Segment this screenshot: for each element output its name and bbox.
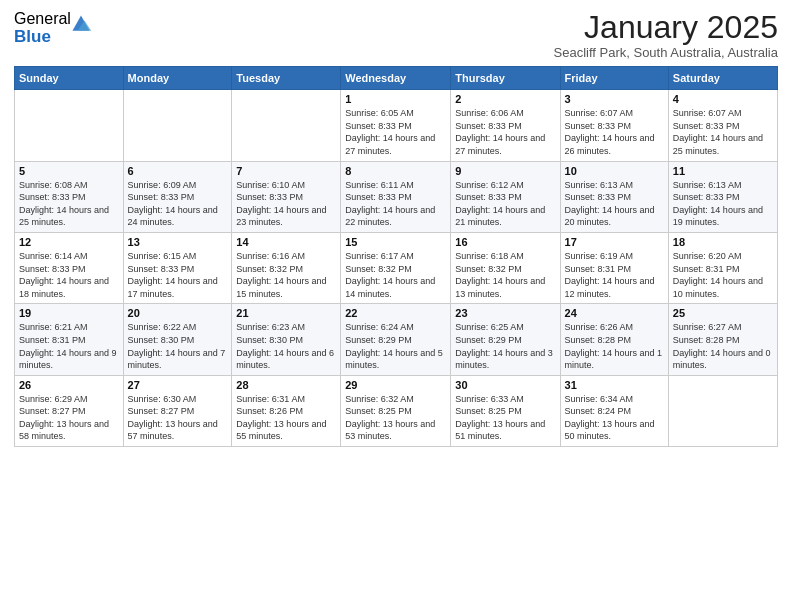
- day-info: Sunrise: 6:29 AM Sunset: 8:27 PM Dayligh…: [19, 393, 119, 443]
- calendar-cell: 13Sunrise: 6:15 AM Sunset: 8:33 PM Dayli…: [123, 232, 232, 303]
- day-info: Sunrise: 6:15 AM Sunset: 8:33 PM Dayligh…: [128, 250, 228, 300]
- day-number: 9: [455, 165, 555, 177]
- calendar-week-5: 26Sunrise: 6:29 AM Sunset: 8:27 PM Dayli…: [15, 375, 778, 446]
- day-number: 17: [565, 236, 664, 248]
- day-info: Sunrise: 6:22 AM Sunset: 8:30 PM Dayligh…: [128, 321, 228, 371]
- calendar-cell: 17Sunrise: 6:19 AM Sunset: 8:31 PM Dayli…: [560, 232, 668, 303]
- calendar-cell: 31Sunrise: 6:34 AM Sunset: 8:24 PM Dayli…: [560, 375, 668, 446]
- calendar-week-3: 12Sunrise: 6:14 AM Sunset: 8:33 PM Dayli…: [15, 232, 778, 303]
- calendar-cell: 16Sunrise: 6:18 AM Sunset: 8:32 PM Dayli…: [451, 232, 560, 303]
- day-info: Sunrise: 6:23 AM Sunset: 8:30 PM Dayligh…: [236, 321, 336, 371]
- day-number: 26: [19, 379, 119, 391]
- day-info: Sunrise: 6:11 AM Sunset: 8:33 PM Dayligh…: [345, 179, 446, 229]
- calendar-cell: 18Sunrise: 6:20 AM Sunset: 8:31 PM Dayli…: [668, 232, 777, 303]
- day-number: 13: [128, 236, 228, 248]
- title-location: Seacliff Park, South Australia, Australi…: [554, 45, 779, 60]
- day-number: 5: [19, 165, 119, 177]
- title-block: January 2025 Seacliff Park, South Austra…: [554, 10, 779, 60]
- day-info: Sunrise: 6:09 AM Sunset: 8:33 PM Dayligh…: [128, 179, 228, 229]
- day-info: Sunrise: 6:12 AM Sunset: 8:33 PM Dayligh…: [455, 179, 555, 229]
- calendar-week-1: 1Sunrise: 6:05 AM Sunset: 8:33 PM Daylig…: [15, 90, 778, 161]
- day-number: 16: [455, 236, 555, 248]
- calendar-cell: 24Sunrise: 6:26 AM Sunset: 8:28 PM Dayli…: [560, 304, 668, 375]
- day-info: Sunrise: 6:19 AM Sunset: 8:31 PM Dayligh…: [565, 250, 664, 300]
- calendar-cell: [123, 90, 232, 161]
- calendar-cell: 19Sunrise: 6:21 AM Sunset: 8:31 PM Dayli…: [15, 304, 124, 375]
- day-info: Sunrise: 6:08 AM Sunset: 8:33 PM Dayligh…: [19, 179, 119, 229]
- day-number: 7: [236, 165, 336, 177]
- calendar-cell: [232, 90, 341, 161]
- day-info: Sunrise: 6:05 AM Sunset: 8:33 PM Dayligh…: [345, 107, 446, 157]
- calendar-cell: 22Sunrise: 6:24 AM Sunset: 8:29 PM Dayli…: [341, 304, 451, 375]
- calendar-cell: 4Sunrise: 6:07 AM Sunset: 8:33 PM Daylig…: [668, 90, 777, 161]
- day-number: 24: [565, 307, 664, 319]
- day-info: Sunrise: 6:31 AM Sunset: 8:26 PM Dayligh…: [236, 393, 336, 443]
- day-info: Sunrise: 6:32 AM Sunset: 8:25 PM Dayligh…: [345, 393, 446, 443]
- weekday-sunday: Sunday: [15, 67, 124, 90]
- calendar-cell: 14Sunrise: 6:16 AM Sunset: 8:32 PM Dayli…: [232, 232, 341, 303]
- day-number: 21: [236, 307, 336, 319]
- calendar: Sunday Monday Tuesday Wednesday Thursday…: [14, 66, 778, 447]
- day-info: Sunrise: 6:30 AM Sunset: 8:27 PM Dayligh…: [128, 393, 228, 443]
- day-number: 3: [565, 93, 664, 105]
- calendar-cell: 11Sunrise: 6:13 AM Sunset: 8:33 PM Dayli…: [668, 161, 777, 232]
- day-number: 31: [565, 379, 664, 391]
- day-number: 20: [128, 307, 228, 319]
- calendar-cell: 5Sunrise: 6:08 AM Sunset: 8:33 PM Daylig…: [15, 161, 124, 232]
- calendar-cell: 8Sunrise: 6:11 AM Sunset: 8:33 PM Daylig…: [341, 161, 451, 232]
- logo-general: General: [14, 10, 71, 28]
- logo: General Blue: [14, 10, 93, 46]
- day-info: Sunrise: 6:20 AM Sunset: 8:31 PM Dayligh…: [673, 250, 773, 300]
- calendar-cell: 25Sunrise: 6:27 AM Sunset: 8:28 PM Dayli…: [668, 304, 777, 375]
- calendar-cell: 7Sunrise: 6:10 AM Sunset: 8:33 PM Daylig…: [232, 161, 341, 232]
- calendar-cell: 20Sunrise: 6:22 AM Sunset: 8:30 PM Dayli…: [123, 304, 232, 375]
- calendar-cell: 23Sunrise: 6:25 AM Sunset: 8:29 PM Dayli…: [451, 304, 560, 375]
- day-number: 10: [565, 165, 664, 177]
- calendar-cell: 3Sunrise: 6:07 AM Sunset: 8:33 PM Daylig…: [560, 90, 668, 161]
- weekday-tuesday: Tuesday: [232, 67, 341, 90]
- day-info: Sunrise: 6:34 AM Sunset: 8:24 PM Dayligh…: [565, 393, 664, 443]
- day-info: Sunrise: 6:13 AM Sunset: 8:33 PM Dayligh…: [565, 179, 664, 229]
- day-number: 8: [345, 165, 446, 177]
- header: General Blue January 2025 Seacliff Park,…: [14, 10, 778, 60]
- day-number: 11: [673, 165, 773, 177]
- day-info: Sunrise: 6:18 AM Sunset: 8:32 PM Dayligh…: [455, 250, 555, 300]
- calendar-week-4: 19Sunrise: 6:21 AM Sunset: 8:31 PM Dayli…: [15, 304, 778, 375]
- calendar-week-2: 5Sunrise: 6:08 AM Sunset: 8:33 PM Daylig…: [15, 161, 778, 232]
- day-number: 30: [455, 379, 555, 391]
- day-info: Sunrise: 6:13 AM Sunset: 8:33 PM Dayligh…: [673, 179, 773, 229]
- day-number: 29: [345, 379, 446, 391]
- day-info: Sunrise: 6:14 AM Sunset: 8:33 PM Dayligh…: [19, 250, 119, 300]
- calendar-cell: 21Sunrise: 6:23 AM Sunset: 8:30 PM Dayli…: [232, 304, 341, 375]
- day-number: 28: [236, 379, 336, 391]
- day-number: 1: [345, 93, 446, 105]
- calendar-cell: 1Sunrise: 6:05 AM Sunset: 8:33 PM Daylig…: [341, 90, 451, 161]
- day-info: Sunrise: 6:21 AM Sunset: 8:31 PM Dayligh…: [19, 321, 119, 371]
- calendar-cell: 9Sunrise: 6:12 AM Sunset: 8:33 PM Daylig…: [451, 161, 560, 232]
- day-info: Sunrise: 6:07 AM Sunset: 8:33 PM Dayligh…: [673, 107, 773, 157]
- calendar-cell: [15, 90, 124, 161]
- day-info: Sunrise: 6:25 AM Sunset: 8:29 PM Dayligh…: [455, 321, 555, 371]
- calendar-header: Sunday Monday Tuesday Wednesday Thursday…: [15, 67, 778, 90]
- day-info: Sunrise: 6:17 AM Sunset: 8:32 PM Dayligh…: [345, 250, 446, 300]
- day-info: Sunrise: 6:26 AM Sunset: 8:28 PM Dayligh…: [565, 321, 664, 371]
- calendar-body: 1Sunrise: 6:05 AM Sunset: 8:33 PM Daylig…: [15, 90, 778, 447]
- day-number: 22: [345, 307, 446, 319]
- day-number: 25: [673, 307, 773, 319]
- day-info: Sunrise: 6:33 AM Sunset: 8:25 PM Dayligh…: [455, 393, 555, 443]
- calendar-cell: 27Sunrise: 6:30 AM Sunset: 8:27 PM Dayli…: [123, 375, 232, 446]
- weekday-wednesday: Wednesday: [341, 67, 451, 90]
- day-number: 2: [455, 93, 555, 105]
- page: General Blue January 2025 Seacliff Park,…: [0, 0, 792, 612]
- day-number: 19: [19, 307, 119, 319]
- day-info: Sunrise: 6:16 AM Sunset: 8:32 PM Dayligh…: [236, 250, 336, 300]
- weekday-saturday: Saturday: [668, 67, 777, 90]
- calendar-cell: 29Sunrise: 6:32 AM Sunset: 8:25 PM Dayli…: [341, 375, 451, 446]
- day-number: 27: [128, 379, 228, 391]
- day-info: Sunrise: 6:24 AM Sunset: 8:29 PM Dayligh…: [345, 321, 446, 371]
- calendar-cell: 2Sunrise: 6:06 AM Sunset: 8:33 PM Daylig…: [451, 90, 560, 161]
- day-number: 12: [19, 236, 119, 248]
- calendar-cell: 12Sunrise: 6:14 AM Sunset: 8:33 PM Dayli…: [15, 232, 124, 303]
- calendar-cell: 6Sunrise: 6:09 AM Sunset: 8:33 PM Daylig…: [123, 161, 232, 232]
- calendar-cell: 26Sunrise: 6:29 AM Sunset: 8:27 PM Dayli…: [15, 375, 124, 446]
